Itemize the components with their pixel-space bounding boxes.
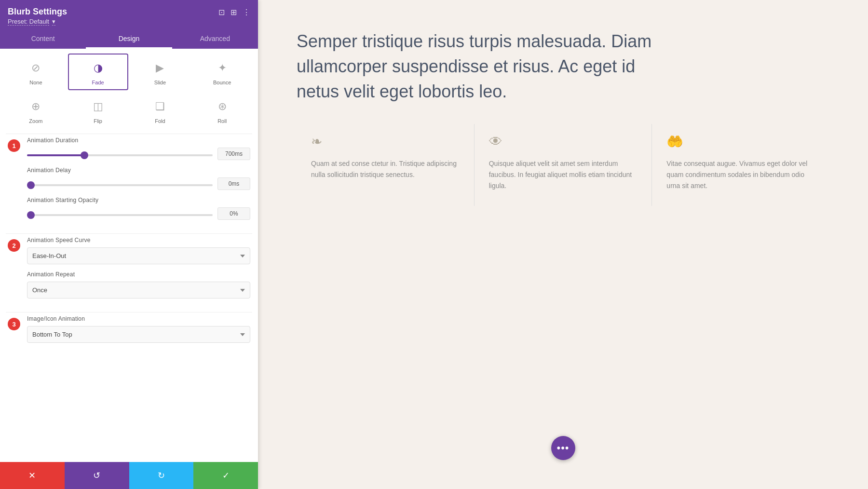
opacity-slider-wrap [27,209,213,218]
anim-slide[interactable]: ▶ Slide [130,54,190,90]
anim-zoom-icon: ⊕ [27,98,44,115]
delay-slider-wrap [27,179,213,188]
delay-label: Animation Delay [27,167,250,174]
redo-button[interactable]: ↻ [129,462,194,489]
blurb-3-text: Vitae consequat augue. Vivamus eget dolo… [666,158,815,191]
delay-slider[interactable] [27,184,213,186]
anim-zoom[interactable]: ⊕ Zoom [6,92,66,129]
anim-flip-icon: ◫ [89,98,107,115]
anim-flip[interactable]: ◫ Flip [68,92,128,129]
anim-zoom-label: Zoom [29,118,42,124]
icon-anim-row: Bottom To Top Top To Bottom Left To Righ… [27,326,250,343]
duration-label: Animation Duration [27,137,250,144]
step3-badge: 3 [8,318,20,330]
blurb-2: 👁 Quisque aliquet velit sit amet sem int… [475,124,652,206]
cancel-button[interactable]: ✕ [0,462,65,489]
tab-design[interactable]: Design [86,30,172,49]
anim-none-label: None [29,80,42,85]
step3-section: 3 Image/Icon Animation Bottom To Top Top… [0,312,258,356]
step1-content: Animation Duration 700ms Animation Delay… [27,137,250,227]
animation-style-grid: ⊘ None ◑ Fade ▶ Slide ✦ Bounce ⊕ Zoom ◫ … [0,49,258,134]
opacity-slider[interactable] [27,214,213,216]
duration-slider[interactable] [27,154,213,156]
delay-row: 0ms [27,177,250,190]
panel-footer: ✕ ↺ ↻ ✓ [0,462,258,489]
preset-label: Preset: Default [8,18,49,26]
content-area: Semper tristique risus turpis malesuada.… [258,0,868,489]
icon-anim-label: Image/Icon Animation [27,315,250,322]
speed-curve-row: Ease-In-Out Linear Ease-In Ease-Out Boun… [27,247,250,264]
repeat-select[interactable]: Once Loop Loop Back and Forth [27,282,250,299]
anim-bounce[interactable]: ✦ Bounce [192,54,252,90]
repeat-row: Once Loop Loop Back and Forth [27,282,250,299]
opacity-label: Animation Starting Opacity [27,197,250,204]
blurb-3-icon: 🤲 [666,134,815,149]
duration-value: 700ms [217,148,250,160]
blurb-row: ❧ Quam at sed conse ctetur in. Tristique… [297,124,829,206]
anim-bounce-label: Bounce [213,80,231,85]
anim-fold-icon: ❑ [151,98,169,115]
anim-fold-label: Fold [155,118,165,124]
anim-fold[interactable]: ❑ Fold [130,92,190,129]
anim-slide-icon: ▶ [151,59,169,77]
anim-none-icon: ⊘ [27,59,44,77]
anim-bounce-icon: ✦ [214,59,231,77]
duration-slider-wrap [27,149,213,158]
anim-fade-icon: ◑ [89,59,107,77]
step1-section: 1 Animation Duration 700ms Animation Del… [0,134,258,233]
preset-arrow[interactable]: ▾ [52,18,55,26]
tab-content[interactable]: Content [0,30,86,49]
delay-value: 0ms [217,177,250,190]
step2-badge: 2 [8,239,20,252]
preset-row: Preset: Default ▾ [8,18,67,25]
anim-fade[interactable]: ◑ Fade [68,54,128,90]
panel-header-icons: ⊡ ⊞ ⋮ [218,8,250,17]
opacity-value: 0% [217,207,250,220]
panel-body: ⊘ None ◑ Fade ▶ Slide ✦ Bounce ⊕ Zoom ◫ … [0,49,258,462]
blurb-1-text: Quam at sed conse ctetur in. Tristique a… [311,158,460,180]
panel-header-left: Blurb Settings Preset: Default ▾ [8,7,67,25]
anim-roll-icon: ⊛ [214,98,231,115]
step2-content: Animation Speed Curve Ease-In-Out Linear… [27,237,250,305]
icon-anim-select[interactable]: Bottom To Top Top To Bottom Left To Righ… [27,326,250,343]
blurb-2-icon: 👁 [489,134,637,149]
opacity-row: 0% [27,207,250,220]
panel-header: Blurb Settings Preset: Default ▾ ⊡ ⊞ ⋮ [0,0,258,30]
blurb-1-icon: ❧ [311,134,460,149]
tabs-bar: Content Design Advanced [0,30,258,49]
speed-curve-label: Animation Speed Curve [27,237,250,244]
blurb-3: 🤲 Vitae consequat augue. Vivamus eget do… [652,124,829,206]
anim-none[interactable]: ⊘ None [6,54,66,90]
speed-curve-select[interactable]: Ease-In-Out Linear Ease-In Ease-Out Boun… [27,247,250,264]
anim-roll[interactable]: ⊛ Roll [192,92,252,129]
blurb-2-text: Quisque aliquet velit sit amet sem inter… [489,158,637,191]
anim-slide-label: Slide [154,80,166,85]
more-icon[interactable]: ⋮ [243,8,250,17]
duration-row: 700ms [27,148,250,160]
step1-badge: 1 [8,139,20,152]
blurb-1: ❧ Quam at sed conse ctetur in. Tristique… [297,124,475,206]
fab-button[interactable]: ••• [551,436,575,460]
step3-content: Image/Icon Animation Bottom To Top Top T… [27,315,250,350]
anim-roll-label: Roll [217,118,227,124]
hero-text: Semper tristique risus turpis malesuada.… [297,29,663,105]
settings-panel: Blurb Settings Preset: Default ▾ ⊡ ⊞ ⋮ C… [0,0,258,489]
panel-title: Blurb Settings [8,7,67,17]
repeat-label: Animation Repeat [27,271,250,278]
undo-button[interactable]: ↺ [65,462,129,489]
tab-advanced[interactable]: Advanced [172,30,258,49]
anim-flip-label: Flip [94,118,102,124]
save-button[interactable]: ✓ [193,462,258,489]
anim-fade-label: Fade [92,80,104,85]
expand-icon[interactable]: ⊞ [231,8,237,17]
resize-icon[interactable]: ⊡ [218,8,225,17]
fab-icon: ••• [556,442,569,454]
step2-section: 2 Animation Speed Curve Ease-In-Out Line… [0,234,258,312]
